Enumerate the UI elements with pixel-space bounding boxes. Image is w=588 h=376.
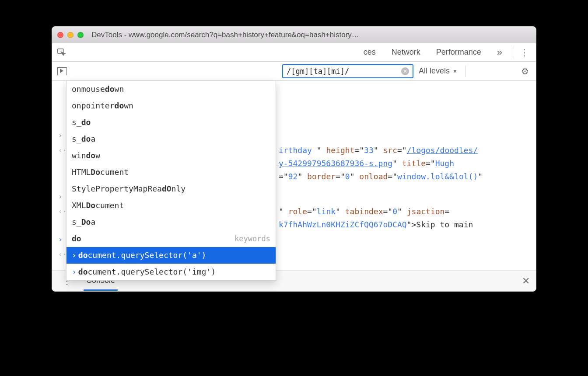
traffic-lights bbox=[57, 32, 84, 38]
clear-filter-icon[interactable]: ✕ bbox=[401, 67, 409, 75]
tab-network[interactable]: Network bbox=[384, 48, 428, 57]
close-window-icon[interactable] bbox=[57, 32, 63, 38]
ac-item-selected[interactable]: ›document.querySelector('a') bbox=[66, 247, 276, 264]
kebab-menu-icon[interactable]: ⋮ bbox=[516, 47, 533, 58]
console-settings-icon[interactable]: ⚙ bbox=[518, 66, 532, 77]
console-body: onmousedown onpointerdown s_do s_doa win… bbox=[52, 81, 536, 270]
log-levels-label: All levels bbox=[419, 66, 450, 76]
ac-item[interactable]: ›document.querySelector('img') bbox=[66, 264, 276, 280]
minimize-window-icon[interactable] bbox=[67, 32, 74, 38]
divider bbox=[466, 66, 466, 77]
execution-context-icon[interactable] bbox=[57, 67, 67, 75]
panel-tabs: Elements ces Network Performance » ⋮ bbox=[52, 43, 536, 62]
caret-down-icon: ▼ bbox=[452, 68, 458, 74]
divider bbox=[513, 47, 513, 58]
titlebar: DevTools - www.google.com/search?q=bash+… bbox=[52, 27, 536, 43]
autocomplete-popup: onmousedown onpointerdown s_do s_doa win… bbox=[66, 81, 276, 281]
ac-item[interactable]: HTMLDocument bbox=[66, 164, 276, 181]
zoom-window-icon[interactable] bbox=[77, 32, 84, 38]
ac-hint: keywords bbox=[234, 232, 270, 245]
ac-item[interactable]: s_do bbox=[66, 114, 276, 131]
ac-item[interactable]: StylePropertyMapReadOnly bbox=[66, 181, 276, 197]
ac-item[interactable]: onmousedown bbox=[66, 81, 276, 97]
window-title: DevTools - www.google.com/search?q=bash+… bbox=[91, 31, 359, 39]
tabs-overflow-icon[interactable]: » bbox=[489, 47, 510, 58]
close-drawer-icon[interactable]: ✕ bbox=[522, 275, 530, 287]
ac-item[interactable]: dokeywords bbox=[66, 230, 276, 247]
filter-input-wrapper: ✕ bbox=[282, 64, 413, 78]
devtools-window: DevTools - www.google.com/search?q=bash+… bbox=[52, 26, 536, 292]
ac-item[interactable]: onpointerdown bbox=[66, 97, 276, 114]
inspect-icon[interactable] bbox=[55, 48, 69, 57]
tab-partial[interactable]: ces bbox=[356, 48, 384, 57]
ac-item[interactable]: s_doa bbox=[66, 131, 276, 147]
filter-input[interactable] bbox=[287, 67, 399, 76]
ac-item[interactable]: window bbox=[66, 147, 276, 164]
tab-performance[interactable]: Performance bbox=[428, 48, 489, 57]
ac-item[interactable]: s_Doa bbox=[66, 214, 276, 230]
history-icon: › bbox=[72, 265, 77, 279]
log-levels-dropdown[interactable]: All levels ▼ bbox=[419, 66, 458, 76]
ac-item[interactable]: XMLDocument bbox=[66, 197, 276, 214]
console-toolbar: ✕ All levels ▼ ⚙ bbox=[52, 62, 536, 81]
history-icon: › bbox=[72, 249, 77, 262]
